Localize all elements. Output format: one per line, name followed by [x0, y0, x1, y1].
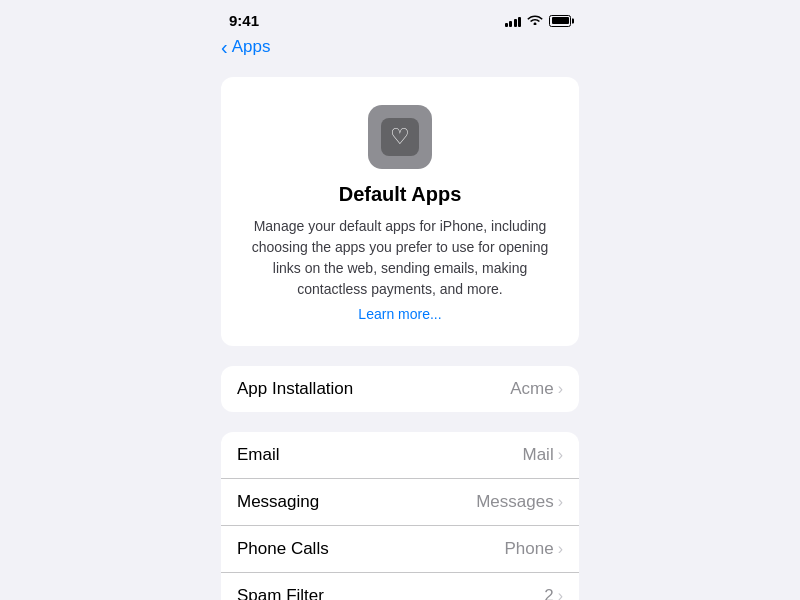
spam-filter-chevron-icon: ›	[558, 587, 563, 600]
card-description: Manage your default apps for iPhone, inc…	[245, 216, 555, 300]
card-title: Default Apps	[339, 183, 462, 206]
spam-filter-value: 2	[544, 586, 553, 600]
app-installation-section: App Installation Acme ›	[221, 366, 579, 412]
signal-bars-icon	[505, 15, 522, 27]
battery-fill	[552, 17, 569, 24]
phone-calls-item[interactable]: Phone Calls Phone ›	[221, 526, 579, 573]
heart-icon: ♡	[381, 118, 419, 156]
info-card: ♡ Default Apps Manage your default apps …	[221, 77, 579, 346]
app-installation-item[interactable]: App Installation Acme ›	[221, 366, 579, 412]
app-installation-label: App Installation	[237, 379, 353, 399]
email-chevron-icon: ›	[558, 446, 563, 464]
email-label: Email	[237, 445, 280, 465]
signal-bar-3	[514, 19, 517, 27]
email-item[interactable]: Email Mail ›	[221, 432, 579, 479]
messaging-value: Messages	[476, 492, 553, 512]
nav-bar: ‹ Apps	[205, 33, 595, 65]
back-chevron-icon: ‹	[221, 37, 228, 57]
app-installation-value: Acme	[510, 379, 553, 399]
signal-bar-1	[505, 23, 508, 27]
app-icon: ♡	[368, 105, 432, 169]
wifi-icon	[527, 13, 543, 28]
messaging-chevron-icon: ›	[558, 493, 563, 511]
default-apps-section: Email Mail › Messaging Messages › Phone …	[221, 432, 579, 600]
email-value: Mail	[523, 445, 554, 465]
battery-icon	[549, 15, 571, 27]
spam-filter-label: Spam Filter	[237, 586, 324, 600]
messaging-item[interactable]: Messaging Messages ›	[221, 479, 579, 526]
phone-calls-value: Phone	[505, 539, 554, 559]
status-icons	[505, 13, 572, 28]
phone-calls-label: Phone Calls	[237, 539, 329, 559]
app-installation-chevron-icon: ›	[558, 380, 563, 398]
messaging-label: Messaging	[237, 492, 319, 512]
status-time: 9:41	[229, 12, 259, 29]
signal-bar-2	[509, 21, 512, 27]
phone-screen: 9:41 ‹ Apps	[205, 0, 595, 600]
spam-filter-right: 2 ›	[544, 586, 563, 600]
email-right: Mail ›	[523, 445, 564, 465]
phone-calls-chevron-icon: ›	[558, 540, 563, 558]
spam-filter-item[interactable]: Spam Filter 2 ›	[221, 573, 579, 600]
back-button[interactable]: ‹ Apps	[221, 37, 579, 57]
learn-more-link[interactable]: Learn more...	[358, 306, 441, 322]
signal-bar-4	[518, 17, 521, 27]
messaging-right: Messages ›	[476, 492, 563, 512]
phone-calls-right: Phone ›	[505, 539, 564, 559]
app-installation-right: Acme ›	[510, 379, 563, 399]
scroll-content: ♡ Default Apps Manage your default apps …	[205, 65, 595, 600]
heart-symbol-icon: ♡	[390, 126, 410, 148]
status-bar: 9:41	[205, 0, 595, 33]
back-label: Apps	[232, 37, 271, 57]
